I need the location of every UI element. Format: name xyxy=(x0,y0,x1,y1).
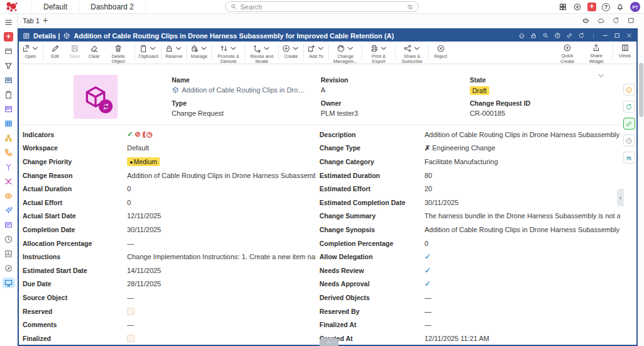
form-row-completion-date: Completion Date30/11/2025 xyxy=(23,223,316,237)
field-label: Change Synopsis xyxy=(319,226,425,233)
notifications-icon[interactable] xyxy=(616,3,625,11)
collapse-header-icon[interactable] xyxy=(597,72,605,80)
rail-form[interactable] xyxy=(3,104,15,114)
form-row-indicators: Indicators✓⊘((◷ xyxy=(23,128,316,142)
rail-quick-create[interactable]: + xyxy=(3,31,15,42)
name-link[interactable]: Addition of Cable Routing Clips in Drone… xyxy=(182,86,308,94)
form-row-actual-effort: Actual Effort0 xyxy=(23,196,316,209)
promote-demote-button[interactable]: Promote & Demote xyxy=(214,43,243,64)
menu-icon xyxy=(4,18,13,27)
reject-button[interactable]: Reject xyxy=(431,43,450,59)
reserve-button[interactable]: Reserve xyxy=(164,43,184,59)
rail-structure[interactable] xyxy=(3,133,15,143)
add-to-button[interactable]: Add To xyxy=(306,43,326,59)
history-panel-button[interactable] xyxy=(623,135,635,147)
rail-branch[interactable] xyxy=(3,162,15,172)
scrollbar-thumb[interactable] xyxy=(639,63,643,117)
field-owner: Owner PLM tester3 xyxy=(321,99,358,117)
form-column-right: DescriptionAddition of Cable Routing Cli… xyxy=(319,128,620,345)
print-export-button[interactable]: Print & Export xyxy=(364,43,393,64)
maximize-icon[interactable] xyxy=(614,32,621,39)
avatar[interactable]: PT xyxy=(630,2,640,12)
cycle-panel-button[interactable] xyxy=(623,101,635,113)
window-icon[interactable] xyxy=(627,16,635,25)
rail-monitor[interactable] xyxy=(3,277,15,288)
robot-icon[interactable] xyxy=(582,16,590,25)
rail-table[interactable] xyxy=(3,118,15,129)
checkbox-unchecked[interactable] xyxy=(127,308,135,315)
global-search[interactable] xyxy=(225,1,419,12)
window-title: Addition of Cable Routing Clips in Drone… xyxy=(74,32,394,40)
views-button[interactable]: Views xyxy=(615,43,635,59)
search-filters-icon[interactable] xyxy=(406,3,414,11)
search-icon[interactable] xyxy=(542,32,549,39)
rail-menu[interactable] xyxy=(3,17,15,28)
add-circle-icon[interactable] xyxy=(573,3,582,11)
field-value: Default xyxy=(127,144,316,152)
close-icon[interactable] xyxy=(626,32,633,39)
rail-bom[interactable] xyxy=(3,147,15,158)
delete-object-button[interactable]: Delete Object xyxy=(104,43,133,64)
monitor-icon xyxy=(4,278,13,287)
help-icon[interactable] xyxy=(554,32,561,39)
search-input[interactable] xyxy=(240,3,406,11)
panel-expand-handle[interactable]: ‹ xyxy=(617,189,624,206)
share-widget-button[interactable]: Share Widget xyxy=(582,43,611,64)
info-panel-button[interactable] xyxy=(623,84,635,96)
item-thumbnail[interactable] xyxy=(74,75,118,119)
page-scrollbar[interactable] xyxy=(639,60,643,346)
form-row-needs-review: Needs Review✓ xyxy=(319,264,620,277)
rail-card[interactable] xyxy=(3,220,15,230)
revise-and-iterate-button[interactable]: Revise and Iterate xyxy=(247,43,276,64)
form-row-estimated-effort: Estimated Effort20 xyxy=(319,182,620,196)
gauge-icon xyxy=(4,264,13,273)
field-label: Change Type xyxy=(319,144,425,152)
quick-add-icon[interactable]: + xyxy=(587,3,596,11)
nav-tab-default[interactable]: Default xyxy=(31,0,79,14)
toolbar-divider xyxy=(328,44,329,60)
help-icon[interactable]: ? xyxy=(602,3,610,11)
link-icon[interactable] xyxy=(566,32,573,39)
share-subscribe-button[interactable]: Share & Subscribe xyxy=(397,43,426,64)
priority-badge: ●Medium xyxy=(127,157,160,166)
rail-filter[interactable] xyxy=(3,60,15,71)
quick-create-button[interactable]: Quick Create xyxy=(553,43,582,64)
refresh-icon[interactable] xyxy=(612,16,620,25)
kebab-menu-icon[interactable] xyxy=(590,32,597,39)
clipboard-button[interactable]: Clipboard xyxy=(137,43,159,59)
scroll-up-handle[interactable] xyxy=(319,338,338,346)
rail-gauge[interactable] xyxy=(3,263,15,274)
rail-details-list[interactable] xyxy=(3,75,15,86)
rail-history[interactable] xyxy=(3,234,15,245)
checkmark-icon: ✓ xyxy=(425,279,431,288)
apps-icon[interactable] xyxy=(558,3,567,11)
upload-icon xyxy=(592,43,601,52)
rail-ai-sparkle[interactable] xyxy=(3,205,15,216)
rail-window[interactable] xyxy=(3,46,15,57)
rail-flow[interactable] xyxy=(3,176,15,187)
lock-icon[interactable] xyxy=(530,32,537,39)
manage-button[interactable]: Manage xyxy=(189,43,209,59)
link-panel-button[interactable] xyxy=(623,118,635,130)
collaboration-panel-button[interactable] xyxy=(623,152,635,164)
form-row-change-summary: Change SummaryThe harness bundle in the … xyxy=(319,209,620,223)
rail-clipboard[interactable] xyxy=(3,89,15,100)
field-label: Change Category xyxy=(319,158,425,165)
edit-button[interactable]: Edit xyxy=(45,43,65,59)
open-button[interactable]: Open xyxy=(20,43,41,59)
cloud-icon[interactable] xyxy=(597,16,605,25)
nav-tab-dashboard-2[interactable]: Dashboard 2 xyxy=(79,0,146,14)
field-state: State Draft xyxy=(470,76,489,95)
home-icon[interactable] xyxy=(518,32,525,39)
field-name: Name Addition of Cable Routing Clips in … xyxy=(172,76,308,94)
minimize-icon[interactable] xyxy=(602,32,609,39)
change-managem-button[interactable]: Change Managem... xyxy=(331,43,360,64)
refresh-icon[interactable] xyxy=(578,32,585,39)
clear-button[interactable]: Clear xyxy=(84,43,104,59)
rail-chart[interactable] xyxy=(3,248,15,259)
add-tab-button[interactable]: + xyxy=(43,15,48,25)
create-button[interactable]: Create xyxy=(280,43,301,59)
checkbox-unchecked[interactable] xyxy=(127,335,135,342)
rail-visual[interactable] xyxy=(3,191,15,201)
tab-1[interactable]: Tab 1 xyxy=(23,17,40,25)
